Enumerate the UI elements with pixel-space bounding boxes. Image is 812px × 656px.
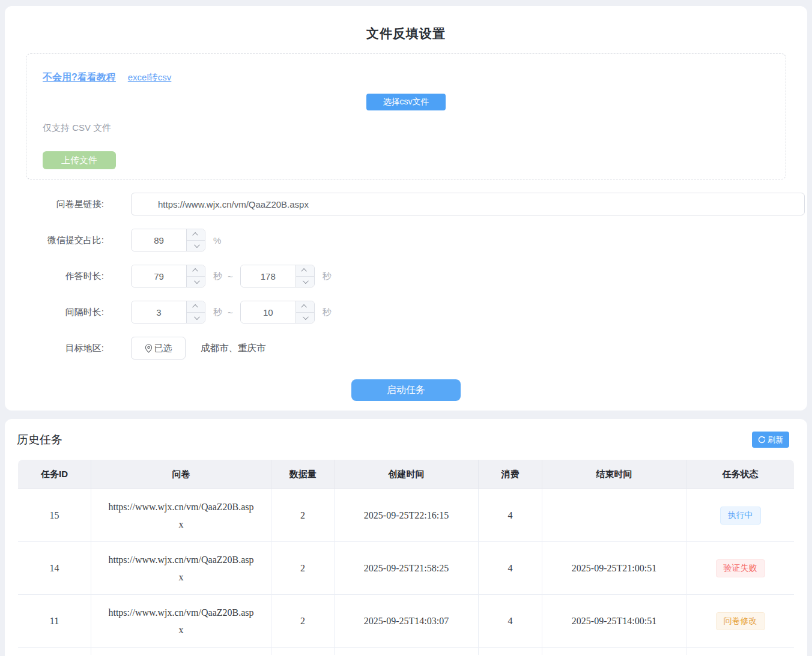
column-ended: 结束时间 xyxy=(542,460,686,489)
upload-dropzone: 不会用?看看教程 excel转csv 选择csv文件 仅支持 CSV 文件 上传… xyxy=(26,53,786,179)
refresh-label: 刷新 xyxy=(768,435,783,445)
survey-url-cell: https://www.wjx.cn/vm/QaaZ20B.aspx xyxy=(91,542,271,595)
status-badge: 执行中 xyxy=(720,507,761,525)
history-header: 历史任务 刷新 xyxy=(5,419,807,448)
answer-max-stepper xyxy=(240,265,315,287)
status-cell: 问卷修改 xyxy=(686,595,794,648)
status-cell: 验证失败 xyxy=(686,542,794,595)
choose-file-row: 选择csv文件 xyxy=(43,94,769,110)
decrement-button[interactable] xyxy=(296,277,314,287)
seconds-unit: 秒 xyxy=(323,271,332,282)
status-cell: 执行中 xyxy=(686,489,794,542)
settings-card: 文件反填设置 不会用?看看教程 excel转csv 选择csv文件 仅支持 CS… xyxy=(5,6,807,411)
task-id-cell: 14 xyxy=(18,542,91,595)
interval-duration-label: 间隔时长: xyxy=(26,307,104,318)
column-count: 数据量 xyxy=(271,460,335,489)
task-id-cell: 15 xyxy=(18,489,91,542)
count-cell: 2 xyxy=(271,595,335,648)
increment-button[interactable] xyxy=(187,265,205,277)
start-row: 启动任务 xyxy=(5,379,807,401)
refresh-icon xyxy=(758,436,766,444)
target-region-row: 目标地区: 已选 成都市、重庆市 xyxy=(26,337,786,360)
chevron-up-icon xyxy=(301,268,307,274)
increment-button[interactable] xyxy=(296,265,314,277)
table-row xyxy=(18,648,794,655)
chevron-up-icon xyxy=(192,268,198,274)
upload-hint: 仅支持 CSV 文件 xyxy=(43,122,769,134)
range-tilde: ~ xyxy=(228,307,233,317)
seconds-unit: 秒 xyxy=(213,307,222,318)
history-card: 历史任务 刷新 任务ID 问卷 数据量 创建时间 消费 结束时间 任务状态 xyxy=(5,419,807,656)
decrement-button[interactable] xyxy=(187,241,205,251)
decrement-button[interactable] xyxy=(187,313,205,323)
range-tilde: ~ xyxy=(228,271,233,281)
created-cell: 2025-09-25T22:16:15 xyxy=(335,489,479,542)
interval-max-stepper xyxy=(240,301,315,323)
decrement-button[interactable] xyxy=(187,277,205,287)
answer-min-stepper xyxy=(131,265,205,287)
survey-link-input[interactable] xyxy=(131,193,805,215)
cost-cell: 4 xyxy=(479,489,542,542)
answer-min-input[interactable] xyxy=(132,265,186,287)
seconds-unit: 秒 xyxy=(323,307,332,318)
table-row: 15 https://www.wjx.cn/vm/QaaZ20B.aspx 2 … xyxy=(18,489,794,542)
interval-max-input[interactable] xyxy=(241,301,295,323)
chevron-down-icon xyxy=(193,278,199,284)
excel-to-csv-link[interactable]: excel转csv xyxy=(128,72,172,83)
chevron-up-icon xyxy=(192,304,198,310)
survey-url-cell: https://www.wjx.cn/vm/QaaZ20B.aspx xyxy=(91,489,271,542)
interval-duration-row: 间隔时长: 秒 ~ 秒 xyxy=(26,301,786,323)
table-row: 11 https://www.wjx.cn/vm/QaaZ20B.aspx 2 … xyxy=(18,595,794,648)
created-cell: 2025-09-25T21:58:25 xyxy=(335,542,479,595)
column-status: 任务状态 xyxy=(686,460,794,489)
increment-button[interactable] xyxy=(187,301,205,313)
chevron-up-icon xyxy=(301,304,307,310)
ended-cell xyxy=(542,489,686,542)
table-row: 14 https://www.wjx.cn/vm/QaaZ20B.aspx 2 … xyxy=(18,542,794,595)
page-title: 文件反填设置 xyxy=(5,6,807,42)
upload-file-button[interactable]: 上传文件 xyxy=(43,151,116,169)
answer-duration-label: 作答时长: xyxy=(26,271,104,282)
answer-max-input[interactable] xyxy=(241,265,295,287)
count-cell: 2 xyxy=(271,489,335,542)
chevron-down-icon xyxy=(193,314,199,320)
increment-button[interactable] xyxy=(187,229,205,241)
region-selected-button[interactable]: 已选 xyxy=(131,337,186,360)
survey-url-cell: https://www.wjx.cn/vm/QaaZ20B.aspx xyxy=(91,595,271,648)
answer-duration-row: 作答时长: 秒 ~ 秒 xyxy=(26,265,786,287)
decrement-button[interactable] xyxy=(296,313,314,323)
target-region-label: 目标地区: xyxy=(26,343,104,354)
increment-button[interactable] xyxy=(296,301,314,313)
ended-cell: 2025-09-25T21:00:51 xyxy=(542,542,686,595)
interval-min-stepper xyxy=(131,301,205,323)
tutorial-link[interactable]: 不会用?看看教程 xyxy=(43,71,116,84)
history-title: 历史任务 xyxy=(17,432,62,448)
percent-unit: % xyxy=(213,235,221,245)
column-created: 创建时间 xyxy=(335,460,479,489)
wechat-ratio-row: 微信提交占比: % xyxy=(26,229,786,251)
chevron-down-icon xyxy=(193,242,199,248)
survey-link-label: 问卷星链接: xyxy=(26,199,104,210)
task-id-cell: 11 xyxy=(18,595,91,648)
column-survey: 问卷 xyxy=(91,460,271,489)
chevron-up-icon xyxy=(192,232,198,238)
help-links-row: 不会用?看看教程 excel转csv xyxy=(43,71,769,84)
chevron-down-icon xyxy=(303,314,309,320)
wechat-ratio-stepper xyxy=(131,229,205,251)
start-task-button[interactable]: 启动任务 xyxy=(351,379,461,401)
interval-min-input[interactable] xyxy=(132,301,186,323)
region-value: 成都市、重庆市 xyxy=(201,342,266,355)
chevron-down-icon xyxy=(303,278,309,284)
location-pin-icon xyxy=(145,344,153,353)
status-badge: 问卷修改 xyxy=(716,612,765,630)
status-badge: 验证失败 xyxy=(716,559,765,577)
wechat-ratio-input[interactable] xyxy=(132,229,186,251)
ended-cell: 2025-09-25T14:00:51 xyxy=(542,595,686,648)
choose-csv-button[interactable]: 选择csv文件 xyxy=(366,94,446,110)
seconds-unit: 秒 xyxy=(213,271,222,282)
refresh-button[interactable]: 刷新 xyxy=(752,432,789,448)
wechat-ratio-label: 微信提交占比: xyxy=(26,235,104,246)
cost-cell: 4 xyxy=(479,595,542,648)
table-header-row: 任务ID 问卷 数据量 创建时间 消费 结束时间 任务状态 xyxy=(18,460,794,489)
created-cell: 2025-09-25T14:03:07 xyxy=(335,595,479,648)
